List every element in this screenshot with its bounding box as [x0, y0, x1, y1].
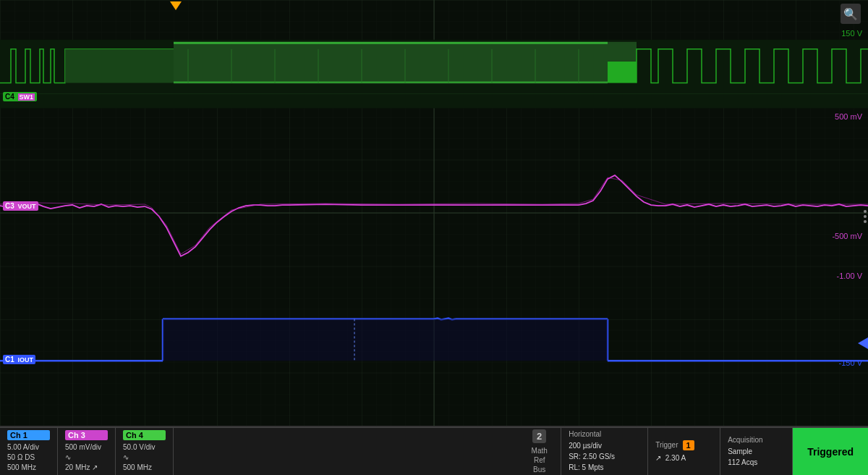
ch3-label: C3 VOUT: [3, 201, 38, 211]
svg-rect-8: [174, 42, 608, 84]
trigger-title: Trigger: [655, 441, 678, 449]
v-marker-500mv: 500 mV: [835, 112, 862, 121]
v-marker-minus150v: -150 V: [839, 358, 862, 367]
ch3-line2: ∿: [65, 453, 108, 463]
trigger-marker: [170, 1, 182, 10]
acquisition-info[interactable]: Acquisition Sample 112 Acqs: [720, 428, 793, 475]
svg-rect-21: [608, 62, 637, 83]
horizontal-line3: RL: 5 Mpts: [569, 462, 640, 473]
ch4-info[interactable]: Ch 4 50.0 V/div ∿ 500 MHz: [116, 428, 174, 475]
waveform-display: [0, 0, 868, 426]
svg-marker-6: [65, 49, 174, 83]
horizontal-info[interactable]: Horizontal 200 µs/div SR: 2.50 GS/s RL: …: [561, 428, 648, 475]
ch1-line2: 50 Ω DS: [7, 453, 50, 463]
svg-rect-30: [163, 319, 608, 361]
v-marker-minus500mv: -500 mV: [832, 232, 862, 240]
math-ref-bus-label: MathRefBus: [532, 446, 548, 474]
horizontal-line1: 200 µs/div: [569, 440, 640, 451]
triggered-button[interactable]: Triggered: [793, 428, 868, 475]
svg-rect-22: [608, 42, 637, 62]
ch3-info[interactable]: Ch 3 500 mV/div ∿ 20 MHz ↗: [58, 428, 116, 475]
ch4-line3: 500 MHz: [123, 463, 166, 473]
dots-menu[interactable]: [864, 210, 867, 223]
acquisition-mode: Sample: [728, 446, 785, 457]
horizontal-title: Horizontal: [569, 430, 640, 438]
ch1-line3: 500 MHz: [7, 463, 50, 473]
ch1-title: Ch 1: [7, 430, 50, 440]
ch4-line2: ∿: [123, 453, 166, 463]
ch1-label: C1 IOUT: [3, 355, 35, 364]
ch4-line1: 50.0 V/div: [123, 442, 166, 453]
ch4-title: Ch 4: [123, 430, 166, 440]
math-ref-bus-section[interactable]: 2 MathRefBus: [518, 428, 561, 475]
trigger-info[interactable]: Trigger 1 ↗ 2.30 A: [648, 428, 720, 475]
ch3-title: Ch 3: [65, 430, 108, 440]
ch1-line1: 5.00 A/div: [7, 442, 50, 453]
math-ref-bus-number: 2: [532, 429, 546, 443]
info-bar: Ch 1 5.00 A/div 50 Ω DS 500 MHz Ch 3 500…: [0, 427, 868, 475]
svg-rect-10: [174, 82, 608, 83]
oscilloscope-screen: 🔍 C4 SW1 C3 VOUT C1 IOUT 150 V 500 mV -5…: [0, 0, 868, 427]
acquisition-title: Acquisition: [728, 436, 785, 444]
ch3-line3: 20 MHz ↗: [65, 463, 108, 473]
magnifier-icon[interactable]: 🔍: [841, 4, 861, 24]
trigger-level: ↗ 2.30 A: [655, 453, 712, 463]
trigger-arrow: [858, 337, 868, 349]
v-marker-minus1v: -1.00 V: [837, 272, 862, 280]
acquisition-count: 112 Acqs: [728, 457, 785, 468]
ch3-line1: 500 mV/div: [65, 442, 108, 453]
ch4-label: C4 SW1: [3, 92, 37, 101]
trigger-badge: 1: [683, 440, 694, 450]
v-marker-150v: 150 V: [841, 29, 862, 38]
horizontal-line2: SR: 2.50 GS/s: [569, 451, 640, 462]
ch1-info[interactable]: Ch 1 5.00 A/div 50 Ω DS 500 MHz: [0, 428, 58, 475]
svg-rect-9: [174, 42, 608, 44]
